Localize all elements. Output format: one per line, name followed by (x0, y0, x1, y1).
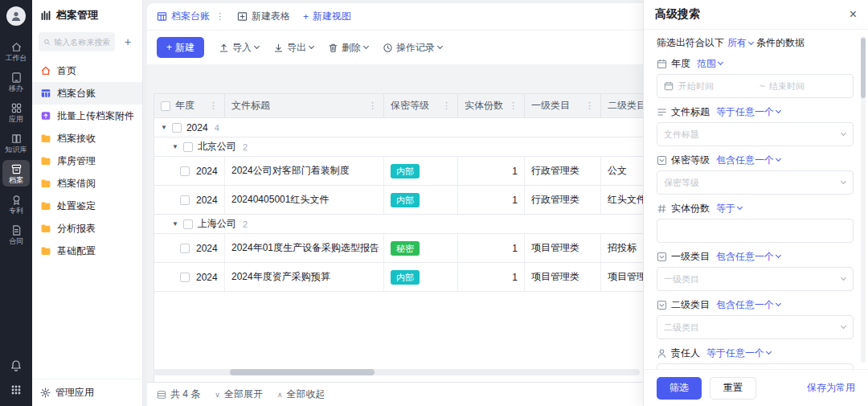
column-menu-icon[interactable]: ⋮ (368, 100, 377, 111)
text-field-icon (657, 107, 667, 117)
sidebar-item-disposal[interactable]: 处置鉴定 (32, 195, 142, 217)
vertical-scrollbar-thumb[interactable] (861, 38, 866, 98)
tab-new-table[interactable]: 新建表格 (237, 10, 290, 23)
operator-select[interactable]: 等于任意一个 (706, 347, 771, 360)
chevron-down-icon (841, 275, 846, 281)
start-date-input[interactable] (678, 81, 755, 91)
file-title-select[interactable] (657, 122, 854, 146)
delete-button[interactable]: 删除 (328, 41, 368, 55)
tab-more-icon[interactable]: ⋮ (215, 11, 224, 22)
rail-item-patent[interactable]: 专利 (2, 191, 30, 217)
category2-select[interactable] (657, 315, 854, 339)
copies-input[interactable] (664, 226, 846, 236)
column-menu-icon[interactable]: ⋮ (585, 100, 594, 111)
row-checkbox[interactable] (180, 166, 190, 176)
owner-select[interactable] (657, 363, 854, 369)
plus-icon: + (166, 42, 172, 53)
column-menu-icon[interactable]: ⋮ (442, 100, 451, 111)
chevron-down-icon: ∨ (215, 391, 220, 399)
user-avatar[interactable] (6, 6, 26, 26)
new-view-button[interactable]: + 新建视图 (303, 10, 351, 23)
data-table: 年度 ⋮ 文件标题 ⋮ 保密等级 ⋮ (154, 93, 643, 382)
row-checkbox[interactable] (180, 244, 190, 253)
year-range-picker[interactable]: ~ (657, 74, 854, 98)
new-record-button[interactable]: + 新建 (157, 37, 204, 58)
category2-input[interactable] (664, 322, 837, 332)
operator-select[interactable]: 等于任意一个 (716, 105, 780, 119)
rail-item-contract[interactable]: 合同 (2, 221, 30, 248)
close-icon[interactable]: × (850, 8, 857, 21)
operator-select[interactable]: 范围 (697, 57, 723, 71)
column-header-category2: 二级类目 (608, 99, 643, 113)
column-menu-icon[interactable]: ⋮ (509, 100, 518, 111)
sidebar-item-home[interactable]: 首页 (32, 59, 142, 82)
horizontal-scrollbar[interactable] (154, 369, 640, 375)
condition-mode-select[interactable]: 所有 (727, 36, 753, 50)
sidebar-item-borrow[interactable]: 档案借阅 (32, 172, 142, 195)
collapse-triangle-icon[interactable]: ▼ (161, 124, 167, 131)
add-page-button[interactable]: + (120, 34, 136, 50)
operation-history-button[interactable]: 操作记录 (383, 41, 442, 55)
collapse-all-button[interactable]: ∧ 全部收起 (277, 388, 326, 401)
table-row[interactable]: 2024 2024年01度生产设备采购选型报告 秘密 1 项目管理类 招投标 (154, 234, 643, 263)
manage-apps-button[interactable]: 管理应用 (32, 379, 142, 406)
horizontal-scrollbar-thumb[interactable] (230, 369, 375, 375)
collapse-triangle-icon[interactable]: ▼ (172, 143, 178, 150)
table-row[interactable]: 2024 2024年度资产采购预算 内部 1 项目管理类 项目管理资料 (154, 263, 643, 292)
tab-archive-ledger[interactable]: 档案台账 ⋮ (157, 10, 224, 23)
group-count: 4 (215, 123, 219, 133)
rail-item-mobile-office[interactable]: 移办 (2, 68, 30, 95)
secrecy-input[interactable] (664, 178, 837, 187)
filter-field-year: 年度 范围 ~ (657, 56, 854, 98)
select-all-checkbox[interactable] (161, 101, 170, 111)
table-row[interactable]: 2024 20240405001红头文件 内部 1 行政管理类 红头文件 (154, 186, 643, 215)
column-menu-icon[interactable]: ⋮ (209, 100, 218, 111)
filter-field-secrecy: 保密等级 包含任意一个 (657, 153, 854, 195)
group-row-shanghai[interactable]: ▼ 上海公司 2 (154, 215, 643, 234)
sidebar-item-storeroom[interactable]: 库房管理 (32, 150, 142, 172)
vertical-scrollbar[interactable] (861, 36, 866, 363)
operator-select[interactable]: 包含任意一个 (716, 154, 780, 167)
file-title-input[interactable] (664, 129, 837, 139)
sidebar-item-archive-receive[interactable]: 档案接收 (32, 127, 142, 150)
category1-input[interactable] (664, 274, 837, 284)
chevron-down-icon (841, 178, 846, 184)
save-favorite-link[interactable]: 保存为常用 (807, 381, 855, 395)
group-checkbox[interactable] (183, 219, 193, 229)
copies-input-wrap[interactable] (657, 219, 854, 243)
group-row-2024[interactable]: ▼ 2024 4 (154, 118, 643, 137)
operator-select[interactable]: 包含任意一个 (716, 298, 780, 312)
row-checkbox[interactable] (180, 273, 190, 282)
group-row-beijing[interactable]: ▼ 北京公司 2 (154, 137, 643, 157)
view-tabs: 档案台账 ⋮ 新建表格 + 新建视图 (147, 3, 643, 31)
collapse-triangle-icon[interactable]: ▼ (172, 220, 178, 228)
import-button[interactable]: 导入 (219, 41, 259, 55)
table-row[interactable]: 2024 2024公司对客部门着装制度 内部 1 行政管理类 公文 (154, 157, 643, 186)
rail-item-apps[interactable]: 应用 (2, 99, 30, 125)
notification-bell-icon[interactable] (10, 359, 23, 372)
reset-button[interactable]: 重置 (710, 377, 756, 400)
operator-select[interactable]: 包含任意一个 (716, 250, 780, 264)
workspace-apps-icon[interactable] (10, 383, 23, 396)
clock-icon (383, 43, 393, 53)
secrecy-select[interactable] (657, 170, 854, 195)
category1-select[interactable] (657, 267, 854, 291)
home-icon (40, 65, 51, 76)
row-checkbox[interactable] (180, 195, 190, 205)
rail-item-workbench[interactable]: 工作台 (2, 38, 30, 64)
contract-icon (10, 224, 23, 236)
sidebar-item-settings[interactable]: 基础配置 (32, 240, 142, 262)
rail-item-archive[interactable]: 档案 (2, 160, 30, 187)
export-button[interactable]: 导出 (273, 41, 313, 55)
search-input[interactable] (54, 38, 110, 47)
sidebar-item-reports[interactable]: 分析报表 (32, 217, 142, 240)
sidebar-item-archive-ledger[interactable]: 档案台账 (32, 82, 142, 105)
group-checkbox[interactable] (183, 142, 193, 152)
group-checkbox[interactable] (172, 123, 182, 133)
filter-button[interactable]: 筛选 (657, 377, 702, 400)
sidebar-item-batch-upload[interactable]: 批量上传档案附件 (32, 105, 142, 127)
operator-select[interactable]: 等于 (716, 202, 742, 215)
end-date-input[interactable] (769, 81, 846, 91)
rail-item-knowledge-base[interactable]: 知识库 (2, 129, 30, 156)
expand-all-button[interactable]: ∨ 全部展开 (215, 388, 263, 401)
